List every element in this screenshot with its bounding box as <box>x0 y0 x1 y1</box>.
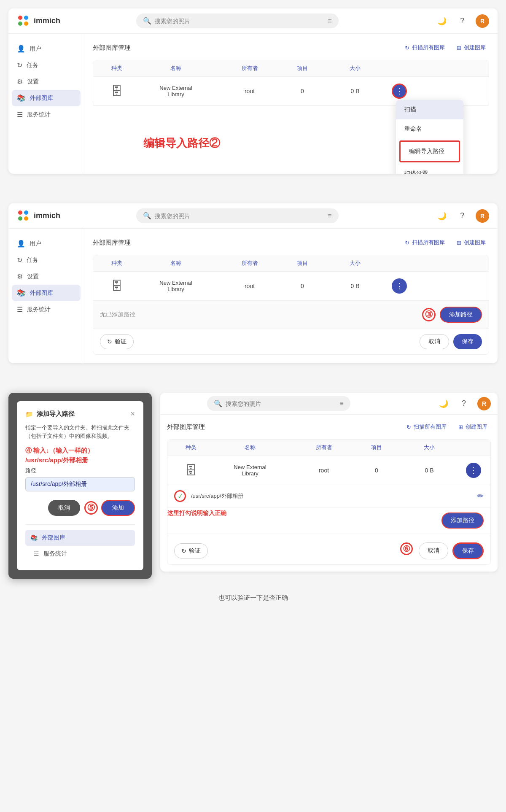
topnav-3: 🔍 ≡ 🌙 ? R <box>160 393 498 415</box>
dialog-path-input[interactable] <box>25 477 135 491</box>
page-title-2: 外部图库管理 <box>93 239 131 247</box>
dialog-cancel-btn[interactable]: 取消 <box>48 500 80 516</box>
dropdown-rename-1[interactable]: 重命名 <box>396 119 463 139</box>
add-path-btn-3[interactable]: 添加路径 <box>441 513 484 529</box>
sidebar-label-stats-1: 服务统计 <box>27 111 51 119</box>
avatar-1[interactable]: R <box>476 14 489 28</box>
menu-btn-3[interactable]: ⋮ <box>466 463 481 478</box>
sidebar-item-external-2[interactable]: 📚 外部图库 <box>12 285 81 301</box>
filter-icon-2: ≡ <box>328 212 331 220</box>
col-name-3: 名称 <box>208 444 292 451</box>
col-items-2: 项目 <box>281 259 323 267</box>
sidebar-item-settings-2[interactable]: ⚙ 设置 <box>8 268 84 285</box>
dropdown-scan-settings-1[interactable]: 扫描设置 <box>396 164 463 174</box>
sidebar-item-stats-2[interactable]: ☰ 服务统计 <box>8 301 84 318</box>
scan-all-btn-1[interactable]: ↻ 扫描所有图库 <box>401 42 448 53</box>
content-header-1: 外部图库管理 ↻ 扫描所有图库 ⊞ 创建图库 <box>93 42 489 53</box>
verify-btn-2[interactable]: ↻ 验证 <box>100 334 134 349</box>
save-btn-3[interactable]: 保存 <box>452 542 484 559</box>
refresh-icon-2: ↻ <box>107 338 112 345</box>
col-size-3: 大小 <box>398 444 461 451</box>
content-3: 外部图库管理 ↻ 扫描所有图库 ⊞ 创建图库 种类 名称 所有者 <box>160 415 498 572</box>
dropdown-edit-path-1[interactable]: 编辑导入路径 <box>399 140 460 162</box>
cell-menu-3[interactable]: ⋮ <box>461 463 486 478</box>
menu-btn-1[interactable]: ⋮ <box>392 84 407 99</box>
cell-owner-2: root <box>218 283 281 289</box>
dropdown-scan-1[interactable]: 扫描 <box>396 100 463 119</box>
sidebar-item-users-1[interactable]: 👤 用户 <box>8 40 84 57</box>
col-name-1: 名称 <box>134 65 218 72</box>
sidebar-label-external-1: 外部图库 <box>30 94 53 102</box>
create-btn-2[interactable]: ⊞ 创建图库 <box>453 237 489 248</box>
create-icon-2: ⊞ <box>457 240 461 246</box>
help-btn-3[interactable]: ? <box>457 397 471 410</box>
logo-1: immich <box>17 14 84 28</box>
sidebar-item-tasks-2[interactable]: ↻ 任务 <box>8 252 84 268</box>
cancel-btn-3[interactable]: 取消 <box>419 542 448 559</box>
help-btn-2[interactable]: ? <box>455 209 469 223</box>
add-path-btn-2[interactable]: 添加路径 <box>440 307 482 323</box>
scan-all-btn-2[interactable]: ↻ 扫描所有图库 <box>401 237 448 248</box>
sidebar-item-tasks-1[interactable]: ↻ 任务 <box>8 57 84 73</box>
sidebar-external-preview[interactable]: 📚 外部图库 <box>25 530 135 546</box>
logo-2: immich <box>17 209 84 223</box>
dark-mode-btn-2[interactable]: 🌙 <box>435 209 449 223</box>
create-btn-1[interactable]: ⊞ 创建图库 <box>453 42 489 53</box>
cancel-btn-2[interactable]: 取消 <box>420 334 449 349</box>
main-layout-1: 👤 用户 ↻ 任务 ⚙ 设置 📚 外部图库 ☰ 服务统计 外部图 <box>8 34 498 174</box>
filter-icon-1: ≡ <box>328 17 331 25</box>
search-input-3[interactable] <box>226 400 336 407</box>
dark-mode-btn-3[interactable]: 🌙 <box>437 397 450 410</box>
search-bar-2[interactable]: 🔍 ≡ <box>136 208 339 223</box>
dialog-description: 指定一个要导入的文件夹。将扫描此文件夹（包括子文件夹）中的图像和视频。 <box>25 424 135 440</box>
col-owner-1: 所有者 <box>218 65 281 72</box>
verify-btn-3[interactable]: ↻ 验证 <box>174 543 208 558</box>
col-owner-3: 所有者 <box>292 444 355 451</box>
external-icon-1: 📚 <box>17 94 25 102</box>
dialog-add-btn[interactable]: 添加 <box>101 500 135 516</box>
avatar-3[interactable]: R <box>477 397 491 410</box>
annotation-3: ③ <box>422 308 436 321</box>
sidebar-label-tasks-1: 任务 <box>27 62 38 69</box>
scan-label-3: 扫描所有图库 <box>414 423 447 431</box>
cell-icon-3: 🗄 <box>174 464 208 477</box>
sidebar-label-users-2: 用户 <box>30 240 41 248</box>
sidebar-item-users-2[interactable]: 👤 用户 <box>8 235 84 252</box>
search-bar-3[interactable]: 🔍 ≡ <box>207 396 350 411</box>
sidebar-stats-preview[interactable]: ☰ 服务统计 <box>25 546 135 562</box>
dialog-close-btn[interactable]: × <box>130 410 135 418</box>
sidebar-label-external-preview: 外部图库 <box>42 534 65 542</box>
dialog-btns: 取消 ⑤ 添加 <box>25 500 135 516</box>
sidebar-item-external-1[interactable]: 📚 外部图库 <box>12 90 81 106</box>
cell-menu-1[interactable]: ⋮ <box>387 84 412 99</box>
help-btn-1[interactable]: ? <box>455 14 469 28</box>
section3-wrapper: 📁 添加导入路径 × 指定一个要导入的文件夹。将扫描此文件夹（包括子文件夹）中的… <box>0 384 506 587</box>
dropdown-menu-1: 扫描 重命名 编辑导入路径 扫描设置 删除图库 <box>396 100 463 174</box>
sidebar-item-stats-1[interactable]: ☰ 服务统计 <box>8 106 84 123</box>
menu-btn-2[interactable]: ⋮ <box>392 278 407 294</box>
table-header-3: 种类 名称 所有者 项目 大小 <box>167 440 490 456</box>
annotation-4b: /usr/src/app/外部相册 <box>25 456 135 464</box>
scan-all-btn-3[interactable]: ↻ 扫描所有图库 <box>403 421 450 432</box>
col-owner-2: 所有者 <box>218 259 281 267</box>
edit-path-btn[interactable]: ✏ <box>477 491 484 501</box>
sidebar-label-settings-2: 设置 <box>27 273 39 281</box>
avatar-2[interactable]: R <box>476 209 489 223</box>
dialog-overlay: 📁 添加导入路径 × 指定一个要导入的文件夹。将扫描此文件夹（包括子文件夹）中的… <box>8 393 152 579</box>
svg-point-7 <box>24 216 28 221</box>
stats-icon-2: ☰ <box>17 305 23 313</box>
sidebar-label-stats-preview: 服务统计 <box>43 550 67 558</box>
save-btn-2[interactable]: 保存 <box>453 334 482 349</box>
cell-icon-2: 🗄 <box>100 279 134 293</box>
search-input-1[interactable] <box>155 18 325 24</box>
search-input-2[interactable] <box>155 213 325 219</box>
topnav-2: immich 🔍 ≡ 🌙 ? R <box>8 203 498 229</box>
search-bar-1[interactable]: 🔍 ≡ <box>136 13 339 28</box>
sidebar-item-settings-1[interactable]: ⚙ 设置 <box>8 73 84 90</box>
cell-menu-2[interactable]: ⋮ <box>387 278 412 294</box>
create-icon-1: ⊞ <box>457 45 461 51</box>
create-btn-3[interactable]: ⊞ 创建图库 <box>455 421 491 432</box>
dark-mode-btn-1[interactable]: 🌙 <box>435 14 449 28</box>
cell-name-1: New External Library <box>134 85 218 97</box>
annotation-edit-path: 编辑导入路径② <box>143 136 220 151</box>
